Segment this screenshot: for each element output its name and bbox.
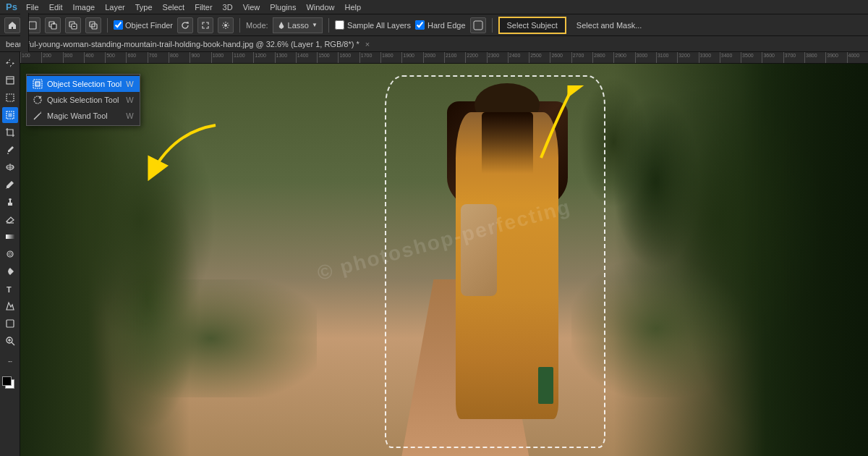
- svg-rect-23: [7, 320, 14, 327]
- move-tool[interactable]: [2, 55, 18, 71]
- svg-rect-16: [9, 114, 12, 117]
- crop-tool[interactable]: [2, 124, 18, 140]
- ps-logo: Ps: [6, 1, 17, 12]
- object-finder-group: Object Finder: [114, 20, 173, 30]
- svg-point-20: [7, 251, 13, 257]
- menu-help[interactable]: Help: [341, 1, 366, 13]
- healing-tool[interactable]: [2, 159, 18, 175]
- hard-edge-group: Hard Edge: [415, 20, 466, 30]
- svg-rect-19: [6, 235, 14, 239]
- ruler-tick: 500: [105, 52, 126, 63]
- ruler-tick: 2800: [592, 52, 613, 63]
- eyedropper-tool[interactable]: [2, 142, 18, 158]
- ruler-tick: 600: [126, 52, 147, 63]
- svg-line-31: [34, 114, 40, 119]
- eraser-tool[interactable]: [2, 211, 18, 227]
- settings-icon[interactable]: [218, 17, 234, 33]
- menu-view[interactable]: View: [239, 1, 265, 13]
- mode-chevron: ▼: [312, 22, 318, 28]
- path-select-tool[interactable]: [2, 298, 18, 314]
- flyout-quick-selection[interactable]: Quick Selection Tool W: [27, 92, 140, 108]
- menu-3d[interactable]: 3D: [218, 1, 237, 13]
- menu-type[interactable]: Type: [131, 1, 157, 13]
- object-finder-label: Object Finder: [125, 21, 173, 30]
- canvas-area[interactable]: 100 200 300 400 500 600 700 800 900 1000…: [20, 52, 868, 456]
- select-subject-button[interactable]: Select Subject: [498, 17, 566, 34]
- ruler-tick: 1700: [359, 52, 380, 63]
- ruler-tick: 1500: [317, 52, 338, 63]
- flyout-magic-wand[interactable]: Magic Wand Tool W: [27, 108, 140, 124]
- intersect-selection-icon[interactable]: [85, 17, 101, 33]
- woman-body: [456, 112, 558, 419]
- svg-rect-29: [35, 82, 40, 86]
- ruler-tick: 2600: [550, 52, 571, 63]
- quick-select-icon: [33, 95, 43, 105]
- svg-rect-11: [474, 21, 482, 30]
- ruler-tick: 1400: [296, 52, 317, 63]
- type-tool[interactable]: T: [2, 281, 18, 297]
- ruler-tick: 200: [41, 52, 62, 63]
- ruler-tick: 1800: [380, 52, 401, 63]
- fg-bg-colors[interactable]: [2, 376, 18, 392]
- artboard-tool[interactable]: [2, 72, 18, 88]
- zoom-tool[interactable]: [2, 333, 18, 349]
- fit-icon[interactable]: [197, 17, 213, 33]
- ruler-tick: 3900: [825, 52, 846, 63]
- ruler-tick: 2200: [465, 52, 486, 63]
- flyout-object-selection[interactable]: Object Selection Tool W: [27, 76, 140, 92]
- menu-file[interactable]: File: [22, 1, 43, 13]
- ruler-tick: 1600: [338, 52, 359, 63]
- svg-rect-12: [7, 77, 14, 84]
- ruler-tick: 400: [84, 52, 105, 63]
- ruler-tick: 2100: [444, 52, 465, 63]
- ruler-tick: 1300: [275, 52, 296, 63]
- menu-select[interactable]: Select: [158, 1, 190, 13]
- rectangular-select-tool[interactable]: [2, 90, 18, 106]
- menu-edit[interactable]: Edit: [45, 1, 67, 13]
- photo-canvas: © photoshop-perfecting: [20, 64, 868, 456]
- ruler-tick: 1900: [401, 52, 422, 63]
- ruler-tick: 2500: [529, 52, 550, 63]
- svg-rect-2: [51, 24, 56, 29]
- doc-close[interactable]: ×: [365, 40, 370, 48]
- menu-image[interactable]: Image: [69, 1, 100, 13]
- add-selection-icon[interactable]: [45, 17, 61, 33]
- menu-layer[interactable]: Layer: [101, 1, 129, 13]
- clone-tool[interactable]: [2, 194, 18, 210]
- gradient-tool[interactable]: [2, 229, 18, 245]
- menu-filter[interactable]: Filter: [190, 1, 216, 13]
- sample-all-layers-checkbox[interactable]: [335, 20, 344, 30]
- svg-rect-14: [7, 94, 14, 101]
- document-tab[interactable]: beautiful-young-woman-standing-mountain-…: [0, 36, 868, 52]
- subtract-selection-icon[interactable]: [65, 17, 81, 33]
- coat-collar: [482, 112, 533, 174]
- ruler-tick: 3000: [635, 52, 656, 63]
- flyout-magic-wand-label: Magic Wand Tool: [47, 111, 108, 120]
- svg-point-21: [9, 253, 12, 256]
- more-tools[interactable]: ···: [2, 353, 18, 369]
- ruler-tick: 3200: [677, 52, 698, 63]
- flyout-magic-wand-shortcut: W: [126, 111, 133, 120]
- ruler-tick: 3700: [783, 52, 804, 63]
- blur-tool[interactable]: [2, 246, 18, 262]
- tool-flyout-menu: Object Selection Tool W Quick Selection …: [26, 74, 140, 126]
- sample-icon[interactable]: [470, 17, 486, 33]
- ruler-tick: 1200: [253, 52, 274, 63]
- left-tools-panel: T ···: [0, 52, 20, 456]
- refresh-icon[interactable]: [177, 17, 193, 33]
- ruler-tick: 3500: [741, 52, 762, 63]
- shape-tool[interactable]: [2, 316, 18, 332]
- hard-edge-checkbox[interactable]: [415, 20, 425, 30]
- pen-tool[interactable]: [2, 263, 18, 279]
- object-select-tool[interactable]: [2, 107, 18, 123]
- menu-window[interactable]: Window: [302, 1, 339, 13]
- sample-all-layers-group: Sample All Layers: [335, 20, 411, 30]
- object-finder-checkbox[interactable]: [114, 20, 123, 30]
- magic-wand-icon: [33, 111, 43, 121]
- menu-plugins[interactable]: Plugins: [265, 1, 300, 13]
- brush-tool[interactable]: [2, 177, 18, 193]
- mode-dropdown[interactable]: Lasso ▼: [273, 17, 323, 33]
- select-and-mask-button[interactable]: Select and Mask...: [571, 17, 648, 34]
- home-icon[interactable]: [4, 17, 20, 33]
- ruler-tick-container: 100 200 300 400 500 600 700 800 900 1000…: [20, 52, 868, 63]
